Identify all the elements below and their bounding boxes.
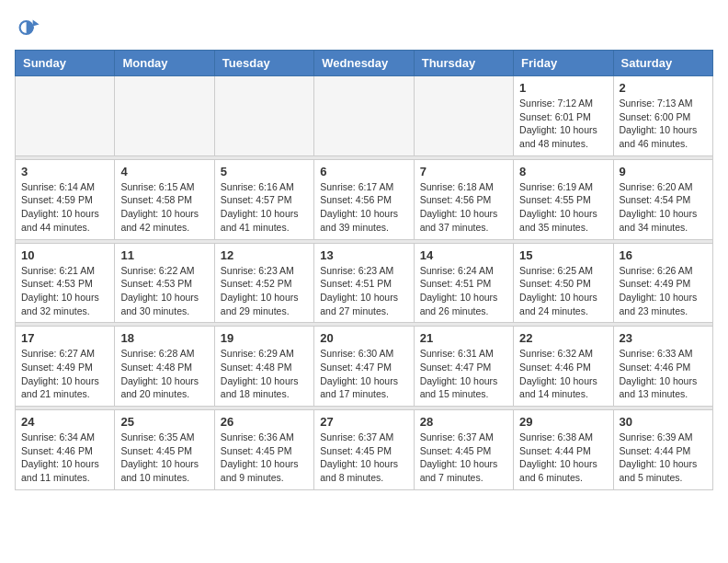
day-info: Sunrise: 6:30 AM Sunset: 4:47 PM Dayligh… (320, 347, 407, 401)
weekday-header-friday: Friday (514, 51, 613, 76)
day-number: 8 (519, 165, 607, 178)
day-info: Sunrise: 6:24 AM Sunset: 4:51 PM Dayligh… (420, 264, 507, 318)
day-number: 22 (519, 331, 607, 345)
empty-cell (16, 76, 115, 156)
day-info: Sunrise: 6:17 AM Sunset: 4:56 PM Dayligh… (320, 180, 407, 235)
header (15, 15, 713, 40)
day-number: 21 (420, 331, 507, 345)
day-info: Sunrise: 6:35 AM Sunset: 4:45 PM Dayligh… (120, 431, 208, 485)
empty-cell (214, 76, 313, 156)
day-cell-13: 13Sunrise: 6:23 AM Sunset: 4:51 PM Dayli… (314, 243, 414, 323)
day-cell-18: 18Sunrise: 6:28 AM Sunset: 4:48 PM Dayli… (115, 327, 214, 407)
day-cell-8: 8Sunrise: 6:19 AM Sunset: 4:55 PM Daylig… (514, 159, 613, 239)
week-row-5: 24Sunrise: 6:34 AM Sunset: 4:46 PM Dayli… (16, 410, 713, 490)
day-info: Sunrise: 6:25 AM Sunset: 4:50 PM Dayligh… (519, 264, 607, 318)
day-number: 27 (320, 415, 407, 429)
weekday-header-row: SundayMondayTuesdayWednesdayThursdayFrid… (16, 51, 713, 76)
day-cell-27: 27Sunrise: 6:37 AM Sunset: 4:45 PM Dayli… (314, 410, 414, 490)
day-info: Sunrise: 7:12 AM Sunset: 6:01 PM Dayligh… (519, 97, 607, 151)
day-cell-4: 4Sunrise: 6:15 AM Sunset: 4:58 PM Daylig… (115, 159, 214, 239)
week-row-2: 3Sunrise: 6:14 AM Sunset: 4:59 PM Daylig… (16, 159, 713, 239)
day-cell-25: 25Sunrise: 6:35 AM Sunset: 4:45 PM Dayli… (115, 410, 214, 490)
logo (15, 15, 44, 40)
weekday-header-thursday: Thursday (414, 51, 513, 76)
calendar: SundayMondayTuesdayWednesdayThursdayFrid… (15, 50, 713, 490)
day-cell-21: 21Sunrise: 6:31 AM Sunset: 4:47 PM Dayli… (414, 327, 513, 407)
svg-marker-1 (33, 20, 40, 27)
day-cell-1: 1Sunrise: 7:12 AM Sunset: 6:01 PM Daylig… (514, 76, 613, 156)
day-number: 17 (21, 331, 108, 345)
day-number: 12 (221, 248, 308, 262)
day-cell-22: 22Sunrise: 6:32 AM Sunset: 4:46 PM Dayli… (514, 327, 613, 407)
empty-cell (314, 76, 414, 156)
day-number: 10 (21, 248, 108, 262)
day-number: 5 (221, 165, 308, 178)
day-number: 19 (221, 331, 308, 345)
day-cell-20: 20Sunrise: 6:30 AM Sunset: 4:47 PM Dayli… (314, 327, 414, 407)
day-info: Sunrise: 6:15 AM Sunset: 4:58 PM Dayligh… (120, 180, 208, 235)
day-number: 24 (21, 415, 108, 429)
day-cell-2: 2Sunrise: 7:13 AM Sunset: 6:00 PM Daylig… (613, 76, 712, 156)
day-info: Sunrise: 6:19 AM Sunset: 4:55 PM Dayligh… (519, 180, 607, 235)
day-info: Sunrise: 6:27 AM Sunset: 4:49 PM Dayligh… (21, 347, 108, 401)
day-info: Sunrise: 6:22 AM Sunset: 4:53 PM Dayligh… (120, 264, 208, 318)
day-info: Sunrise: 6:39 AM Sunset: 4:44 PM Dayligh… (620, 431, 707, 485)
day-cell-14: 14Sunrise: 6:24 AM Sunset: 4:51 PM Dayli… (414, 243, 513, 323)
week-row-4: 17Sunrise: 6:27 AM Sunset: 4:49 PM Dayli… (16, 327, 713, 407)
day-number: 7 (420, 165, 507, 178)
day-info: Sunrise: 7:13 AM Sunset: 6:00 PM Dayligh… (620, 97, 707, 151)
weekday-header-wednesday: Wednesday (314, 51, 414, 76)
day-info: Sunrise: 6:32 AM Sunset: 4:46 PM Dayligh… (519, 347, 607, 401)
day-cell-3: 3Sunrise: 6:14 AM Sunset: 4:59 PM Daylig… (16, 159, 115, 239)
day-cell-12: 12Sunrise: 6:23 AM Sunset: 4:52 PM Dayli… (214, 243, 313, 323)
day-info: Sunrise: 6:34 AM Sunset: 4:46 PM Dayligh… (21, 431, 108, 485)
day-cell-5: 5Sunrise: 6:16 AM Sunset: 4:57 PM Daylig… (214, 159, 313, 239)
day-info: Sunrise: 6:21 AM Sunset: 4:53 PM Dayligh… (21, 264, 108, 318)
day-info: Sunrise: 6:26 AM Sunset: 4:49 PM Dayligh… (620, 264, 707, 318)
day-info: Sunrise: 6:37 AM Sunset: 4:45 PM Dayligh… (320, 431, 407, 485)
day-number: 1 (519, 81, 607, 95)
day-info: Sunrise: 6:16 AM Sunset: 4:57 PM Dayligh… (221, 180, 308, 235)
day-info: Sunrise: 6:23 AM Sunset: 4:52 PM Dayligh… (221, 264, 308, 318)
day-number: 11 (120, 248, 208, 262)
day-cell-10: 10Sunrise: 6:21 AM Sunset: 4:53 PM Dayli… (16, 243, 115, 323)
day-info: Sunrise: 6:28 AM Sunset: 4:48 PM Dayligh… (120, 347, 208, 401)
day-info: Sunrise: 6:23 AM Sunset: 4:51 PM Dayligh… (320, 264, 407, 318)
day-info: Sunrise: 6:20 AM Sunset: 4:54 PM Dayligh… (620, 180, 707, 235)
day-info: Sunrise: 6:31 AM Sunset: 4:47 PM Dayligh… (420, 347, 507, 401)
day-number: 29 (519, 415, 607, 429)
day-info: Sunrise: 6:14 AM Sunset: 4:59 PM Dayligh… (21, 180, 108, 235)
day-cell-11: 11Sunrise: 6:22 AM Sunset: 4:53 PM Dayli… (115, 243, 214, 323)
day-info: Sunrise: 6:37 AM Sunset: 4:45 PM Dayligh… (420, 431, 507, 485)
day-cell-17: 17Sunrise: 6:27 AM Sunset: 4:49 PM Dayli… (16, 327, 115, 407)
day-info: Sunrise: 6:36 AM Sunset: 4:45 PM Dayligh… (221, 431, 308, 485)
weekday-header-saturday: Saturday (613, 51, 712, 76)
weekday-header-tuesday: Tuesday (214, 51, 313, 76)
week-row-3: 10Sunrise: 6:21 AM Sunset: 4:53 PM Dayli… (16, 243, 713, 323)
empty-cell (414, 76, 513, 156)
day-number: 9 (620, 165, 707, 178)
day-number: 15 (519, 248, 607, 262)
day-cell-15: 15Sunrise: 6:25 AM Sunset: 4:50 PM Dayli… (514, 243, 613, 323)
empty-cell (115, 76, 214, 156)
day-number: 13 (320, 248, 407, 262)
day-number: 4 (120, 165, 208, 178)
day-number: 20 (320, 331, 407, 345)
day-number: 2 (620, 81, 707, 95)
day-cell-24: 24Sunrise: 6:34 AM Sunset: 4:46 PM Dayli… (16, 410, 115, 490)
day-cell-9: 9Sunrise: 6:20 AM Sunset: 4:54 PM Daylig… (613, 159, 712, 239)
day-number: 23 (620, 331, 707, 345)
day-cell-7: 7Sunrise: 6:18 AM Sunset: 4:56 PM Daylig… (414, 159, 513, 239)
day-cell-23: 23Sunrise: 6:33 AM Sunset: 4:46 PM Dayli… (613, 327, 712, 407)
day-number: 3 (21, 165, 108, 178)
day-number: 18 (120, 331, 208, 345)
day-cell-16: 16Sunrise: 6:26 AM Sunset: 4:49 PM Dayli… (613, 243, 712, 323)
weekday-header-sunday: Sunday (16, 51, 115, 76)
day-cell-6: 6Sunrise: 6:17 AM Sunset: 4:56 PM Daylig… (314, 159, 414, 239)
logo-icon (15, 15, 40, 40)
day-number: 14 (420, 248, 507, 262)
day-number: 25 (120, 415, 208, 429)
day-number: 30 (620, 415, 707, 429)
day-number: 28 (420, 415, 507, 429)
day-info: Sunrise: 6:29 AM Sunset: 4:48 PM Dayligh… (221, 347, 308, 401)
